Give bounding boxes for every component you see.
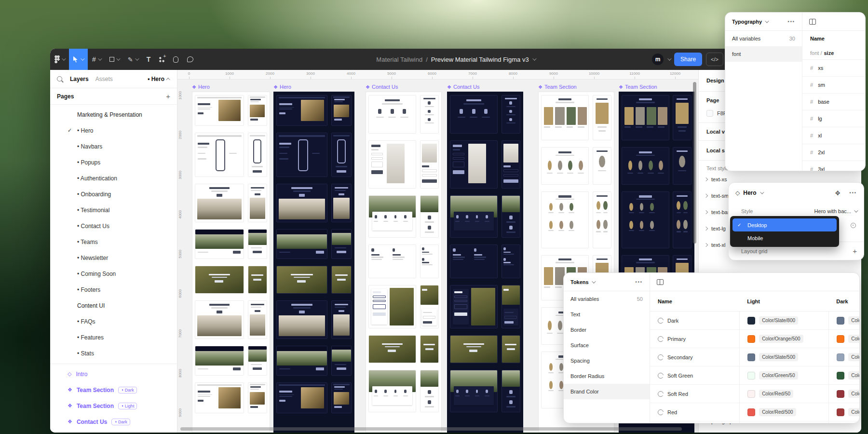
desktop-thumbnail[interactable]: [541, 147, 589, 185]
token-row[interactable]: Soft RedColor/Red/50Colo: [650, 385, 859, 403]
token-group-border[interactable]: Border: [564, 322, 650, 338]
page-item[interactable]: • Navbars: [50, 138, 177, 154]
mobile-thumbnail[interactable]: [502, 140, 520, 189]
artboard[interactable]: [273, 92, 354, 433]
desktop-thumbnail[interactable]: [450, 95, 498, 134]
canvas-vertical-scrollbar[interactable]: [693, 82, 696, 244]
mobile-thumbnail[interactable]: [331, 300, 352, 339]
desktop-thumbnail[interactable]: [276, 95, 327, 126]
page-item[interactable]: • Onboarding: [50, 186, 177, 202]
mobile-thumbnail[interactable]: [248, 346, 268, 376]
desktop-thumbnail[interactable]: [195, 266, 244, 294]
desktop-thumbnail[interactable]: [368, 285, 416, 328]
variable-row[interactable]: #2xl: [802, 144, 865, 161]
desktop-thumbnail[interactable]: [541, 95, 589, 140]
mobile-thumbnail[interactable]: [331, 184, 352, 222]
chevron-down-icon[interactable]: [760, 190, 764, 194]
resources-tool-button[interactable]: [155, 49, 169, 70]
page-item[interactable]: • Testimonial: [50, 202, 177, 218]
frame-tool-button[interactable]: #: [88, 49, 105, 70]
desktop-thumbnail[interactable]: [450, 335, 498, 363]
desktop-thumbnail[interactable]: [276, 382, 327, 413]
desktop-thumbnail[interactable]: [276, 346, 327, 376]
variable-alias-chip[interactable]: Colo: [848, 353, 859, 361]
desktop-thumbnail[interactable]: [450, 285, 498, 328]
variable-alias-chip[interactable]: Colo: [848, 335, 859, 343]
desktop-thumbnail[interactable]: [195, 133, 244, 177]
desktop-thumbnail[interactable]: [276, 300, 327, 339]
chevron-down-icon[interactable]: [667, 56, 671, 60]
mobile-thumbnail[interactable]: [502, 285, 520, 328]
current-page-chip[interactable]: • Hero: [148, 76, 170, 82]
layout-toggle-icon[interactable]: [657, 279, 664, 285]
mobile-thumbnail[interactable]: [248, 95, 268, 126]
tab-layers[interactable]: Layers: [70, 76, 89, 82]
mobile-thumbnail[interactable]: [593, 147, 611, 185]
mobile-thumbnail[interactable]: [593, 95, 611, 140]
variable-row[interactable]: #xs: [802, 60, 865, 77]
tokens-title[interactable]: Tokens: [570, 279, 589, 285]
chevron-down-icon[interactable]: [532, 56, 536, 60]
desktop-thumbnail[interactable]: [195, 300, 244, 339]
frame-label[interactable]: ❖Team Section: [619, 83, 694, 91]
mobile-thumbnail[interactable]: [420, 95, 439, 134]
desktop-thumbnail[interactable]: [541, 191, 589, 248]
layer-row[interactable]: ◇Intro: [50, 366, 177, 382]
desktop-thumbnail[interactable]: [622, 147, 669, 185]
mobile-thumbnail[interactable]: [420, 244, 439, 278]
mobile-thumbnail[interactable]: [331, 266, 352, 294]
mobile-thumbnail[interactable]: [502, 95, 520, 134]
figma-menu-button[interactable]: [50, 49, 69, 70]
typography-title[interactable]: Typography: [732, 19, 762, 25]
desktop-thumbnail[interactable]: [276, 266, 327, 294]
comment-tool-button[interactable]: [183, 49, 198, 70]
move-handle-icon[interactable]: ✥: [835, 190, 841, 197]
mobile-thumbnail[interactable]: [331, 346, 352, 376]
desktop-thumbnail[interactable]: [368, 370, 416, 412]
artboard[interactable]: [192, 92, 270, 433]
dropdown-item-mobile[interactable]: Mobile: [732, 231, 837, 244]
mobile-thumbnail[interactable]: [248, 266, 268, 294]
page-item[interactable]: • Features: [50, 329, 177, 345]
token-row[interactable]: SecondaryColor/Slate/500Colo: [650, 348, 859, 366]
page-item[interactable]: • Newsletter: [50, 250, 177, 266]
artboard[interactable]: [366, 92, 442, 433]
token-group-brand-color[interactable]: Brand Color: [564, 384, 650, 399]
desktop-thumbnail[interactable]: [195, 95, 244, 126]
token-group-text[interactable]: Text: [564, 307, 650, 322]
share-button[interactable]: Share: [674, 53, 702, 66]
mobile-thumbnail[interactable]: [248, 184, 268, 222]
avatar[interactable]: m: [652, 54, 664, 65]
mobile-thumbnail[interactable]: [331, 95, 352, 126]
style-value-dropdown[interactable]: Hero with bac...: [814, 208, 851, 214]
frame-label[interactable]: ❖Team Section: [538, 83, 614, 91]
file-name[interactable]: Preview Material Tailwind Figma v3: [431, 56, 529, 63]
variable-alias-chip[interactable]: Color/Red/50: [759, 390, 793, 398]
desktop-thumbnail[interactable]: [368, 335, 416, 363]
variable-alias-chip[interactable]: Colo: [848, 371, 859, 380]
layer-row[interactable]: ❖Contact Us◑Dark: [50, 414, 177, 430]
mobile-thumbnail[interactable]: [248, 382, 268, 413]
desktop-thumbnail[interactable]: [622, 191, 669, 248]
search-icon[interactable]: [57, 76, 62, 81]
page-item[interactable]: • Teams: [50, 234, 177, 250]
desktop-thumbnail[interactable]: [450, 370, 498, 412]
mobile-thumbnail[interactable]: [331, 382, 352, 413]
shape-tool-button[interactable]: [105, 49, 123, 70]
move-tool-button[interactable]: [69, 49, 88, 70]
mobile-thumbnail[interactable]: [502, 244, 520, 278]
layout-toggle-icon[interactable]: [809, 19, 816, 25]
mobile-thumbnail[interactable]: [673, 191, 692, 248]
token-group-surface[interactable]: Surface: [564, 338, 650, 353]
hand-tool-button[interactable]: [169, 49, 183, 70]
page-item[interactable]: • Contact Us: [50, 218, 177, 234]
variable-row[interactable]: #3xl: [802, 161, 865, 171]
page-item[interactable]: ✓• Hero: [50, 122, 177, 138]
mobile-thumbnail[interactable]: [673, 95, 692, 140]
mobile-thumbnail[interactable]: [248, 133, 268, 177]
tab-assets[interactable]: Assets: [95, 76, 113, 82]
variable-alias-chip[interactable]: Color/Orange/500: [759, 335, 803, 343]
desktop-thumbnail[interactable]: [276, 229, 327, 259]
group-font[interactable]: font: [725, 46, 802, 62]
variable-alias-chip[interactable]: Colo: [848, 316, 859, 325]
